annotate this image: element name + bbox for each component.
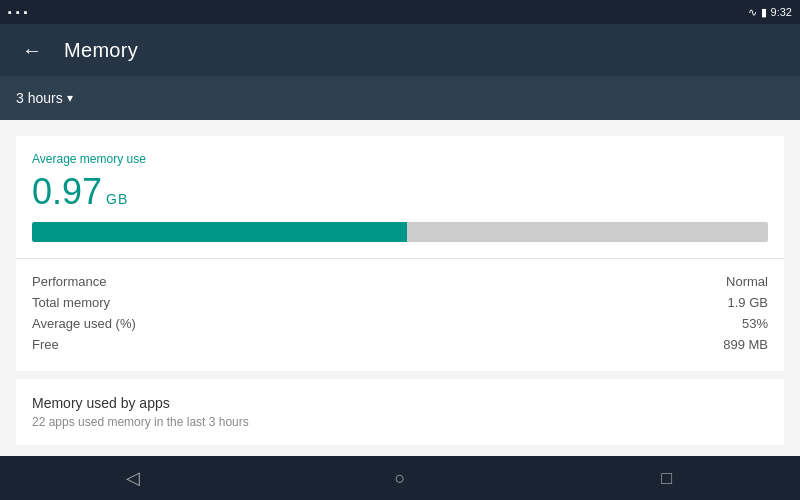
total-memory-value: 1.9 GB — [728, 295, 768, 310]
back-nav-icon: ◁ — [126, 467, 140, 489]
memory-number: 0.97 — [32, 174, 102, 210]
apps-card-title: Memory used by apps — [32, 395, 768, 411]
app-bar: ← Memory — [0, 24, 800, 76]
recents-nav-icon: □ — [661, 468, 672, 489]
filter-bar: 3 hours ▾ — [0, 76, 800, 120]
page-title: Memory — [64, 39, 138, 62]
home-nav-button[interactable]: ○ — [370, 456, 430, 500]
stat-row-total-memory: Total memory 1.9 GB — [32, 292, 768, 313]
nav-bar: ◁ ○ □ — [0, 456, 800, 500]
stat-row-performance: Performance Normal — [32, 271, 768, 292]
memory-bar-used — [32, 222, 407, 242]
time-selector[interactable]: 3 hours ▾ — [16, 90, 73, 106]
stat-row-free: Free 899 MB — [32, 334, 768, 355]
notification-icon-3: ▪ — [24, 6, 28, 18]
performance-label: Performance — [32, 274, 106, 289]
stats-table: Performance Normal Total memory 1.9 GB A… — [32, 271, 768, 355]
recents-nav-button[interactable]: □ — [637, 456, 697, 500]
content-area: Average memory use 0.97 GB Performance N… — [0, 120, 800, 461]
notification-icon-1: ▪ — [8, 6, 12, 18]
status-bar-right: ∿ ▮ 9:32 — [748, 6, 792, 19]
performance-value: Normal — [726, 274, 768, 289]
stat-row-average-used: Average used (%) 53% — [32, 313, 768, 334]
memory-unit: GB — [106, 191, 128, 207]
home-nav-icon: ○ — [395, 468, 406, 489]
back-nav-button[interactable]: ◁ — [103, 456, 163, 500]
memory-value-display: 0.97 GB — [32, 174, 768, 210]
divider — [16, 258, 784, 259]
status-bar-left: ▪ ▪ ▪ — [8, 6, 28, 18]
back-button[interactable]: ← — [16, 34, 48, 66]
free-label: Free — [32, 337, 59, 352]
total-memory-label: Total memory — [32, 295, 110, 310]
memory-bar — [32, 222, 768, 242]
status-time: 9:32 — [771, 6, 792, 18]
time-selector-label: 3 hours — [16, 90, 63, 106]
status-bar: ▪ ▪ ▪ ∿ ▮ 9:32 — [0, 0, 800, 24]
notification-icon-2: ▪ — [16, 6, 20, 18]
free-value: 899 MB — [723, 337, 768, 352]
battery-icon: ▮ — [761, 6, 767, 19]
wifi-icon: ∿ — [748, 6, 757, 19]
back-arrow-icon: ← — [22, 39, 42, 62]
avg-memory-label: Average memory use — [32, 152, 768, 166]
chevron-down-icon: ▾ — [67, 91, 73, 105]
average-used-label: Average used (%) — [32, 316, 136, 331]
apps-card[interactable]: Memory used by apps 22 apps used memory … — [16, 379, 784, 445]
apps-card-subtitle: 22 apps used memory in the last 3 hours — [32, 415, 768, 429]
average-used-value: 53% — [742, 316, 768, 331]
memory-card: Average memory use 0.97 GB Performance N… — [16, 136, 784, 371]
